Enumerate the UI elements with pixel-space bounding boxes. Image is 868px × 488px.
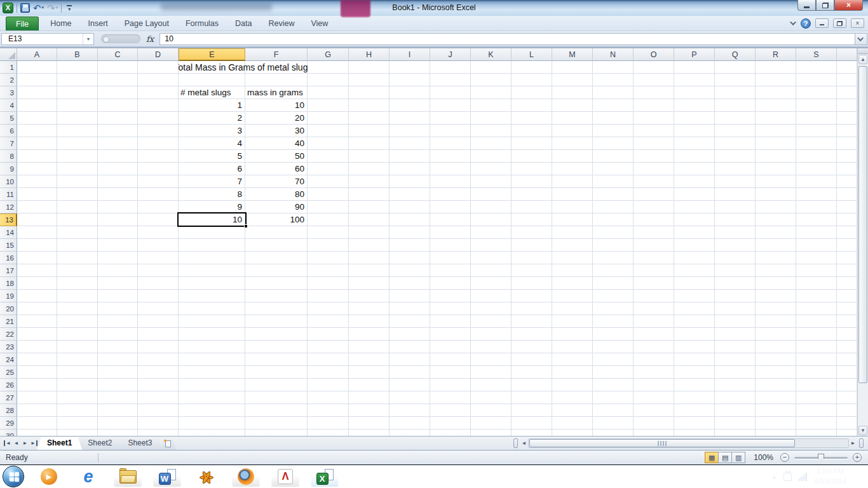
cell-P8[interactable] — [674, 150, 715, 163]
cell-A5[interactable] — [17, 112, 57, 125]
cell-H12[interactable] — [349, 201, 390, 214]
cell-G18[interactable] — [308, 277, 349, 290]
zoom-slider-track[interactable] — [794, 457, 848, 459]
cell-Q25[interactable] — [715, 366, 756, 379]
cell-Q11[interactable] — [715, 188, 756, 201]
taskbar-flower-app[interactable] — [193, 466, 220, 487]
cell-Q13[interactable] — [715, 214, 756, 226]
taskbar-excel[interactable]: X — [311, 466, 339, 487]
vertical-scroll-track[interactable] — [858, 65, 867, 425]
cell-L30[interactable] — [512, 430, 552, 436]
cell-R1[interactable] — [756, 61, 796, 74]
power-icon[interactable] — [783, 473, 792, 481]
cell-G26[interactable] — [308, 379, 349, 391]
cell-Q27[interactable] — [715, 391, 756, 404]
cell-L14[interactable] — [512, 226, 552, 239]
cell-L5[interactable] — [512, 112, 552, 125]
cell-F30[interactable] — [245, 430, 308, 436]
cell-B29[interactable] — [57, 417, 98, 430]
cell-R15[interactable] — [756, 239, 796, 252]
cell-A9[interactable] — [17, 163, 57, 175]
cell-P14[interactable] — [674, 226, 715, 239]
cell-M13[interactable] — [552, 214, 593, 226]
cell-J3[interactable] — [430, 86, 471, 99]
cell-D16[interactable] — [138, 252, 179, 264]
cell-R8[interactable] — [756, 150, 796, 163]
cell-S16[interactable] — [796, 252, 837, 264]
cell-M8[interactable] — [552, 150, 593, 163]
cell-J11[interactable] — [430, 188, 471, 201]
cell-R24[interactable] — [756, 353, 796, 366]
cell-S8[interactable] — [796, 150, 837, 163]
cell-M10[interactable] — [552, 175, 593, 188]
ribbon-collapse-icon[interactable] — [790, 19, 796, 25]
cell-Q28[interactable] — [715, 404, 756, 417]
row-header-14[interactable]: 14 — [0, 226, 17, 239]
restore-button[interactable] — [816, 0, 834, 11]
cell-R25[interactable] — [756, 366, 796, 379]
cell-P2[interactable] — [674, 74, 715, 86]
cell-R26[interactable] — [756, 379, 796, 391]
cell-O2[interactable] — [634, 74, 674, 86]
cell-E14[interactable] — [179, 226, 245, 239]
help-icon[interactable]: ? — [801, 18, 811, 29]
cell-F12[interactable]: 90 — [245, 201, 308, 214]
cell-L23[interactable] — [512, 341, 552, 353]
column-header-E[interactable]: E — [179, 48, 245, 61]
cell-I22[interactable] — [390, 328, 430, 341]
horizontal-split-box-right[interactable] — [859, 438, 864, 448]
cell-E6[interactable]: 3 — [179, 125, 245, 137]
column-header-F[interactable]: F — [245, 48, 308, 61]
cell-A18[interactable] — [17, 277, 57, 290]
cell-D23[interactable] — [138, 341, 179, 353]
cell-I1[interactable] — [390, 61, 430, 74]
cell-E3[interactable]: # metal slugs — [179, 86, 245, 99]
cell-F4[interactable]: 10 — [245, 99, 308, 112]
cell-partial-21[interactable] — [837, 315, 857, 328]
cell-partial-19[interactable] — [837, 290, 857, 302]
cell-D29[interactable] — [138, 417, 179, 430]
cell-Q26[interactable] — [715, 379, 756, 391]
cell-I24[interactable] — [390, 353, 430, 366]
formula-input[interactable]: 10 — [159, 33, 855, 45]
cell-D28[interactable] — [138, 404, 179, 417]
cell-J1[interactable] — [430, 61, 471, 74]
cell-G9[interactable] — [308, 163, 349, 175]
cell-O5[interactable] — [634, 112, 674, 125]
cell-L1[interactable] — [512, 61, 552, 74]
cell-M11[interactable] — [552, 188, 593, 201]
cell-partial-6[interactable] — [837, 125, 857, 137]
cell-A15[interactable] — [17, 239, 57, 252]
cell-H29[interactable] — [349, 417, 390, 430]
cell-C5[interactable] — [98, 112, 138, 125]
cell-S26[interactable] — [796, 379, 837, 391]
cell-P26[interactable] — [674, 379, 715, 391]
cell-C20[interactable] — [98, 302, 138, 315]
cell-E1[interactable] — [179, 61, 245, 74]
column-header-J[interactable]: J — [430, 48, 471, 61]
cell-M12[interactable] — [552, 201, 593, 214]
cell-H11[interactable] — [349, 188, 390, 201]
cell-Q17[interactable] — [715, 264, 756, 277]
cell-partial-4[interactable] — [837, 99, 857, 112]
cell-N30[interactable] — [593, 430, 634, 436]
workbook-minimize-button[interactable] — [815, 18, 829, 28]
row-header-30[interactable]: 30 — [0, 430, 17, 436]
cell-A23[interactable] — [17, 341, 57, 353]
cell-A28[interactable] — [17, 404, 57, 417]
cell-J22[interactable] — [430, 328, 471, 341]
cell-H19[interactable] — [349, 290, 390, 302]
cell-F11[interactable]: 80 — [245, 188, 308, 201]
cell-A22[interactable] — [17, 328, 57, 341]
close-button[interactable]: × — [834, 0, 863, 11]
page-break-preview-button[interactable]: ▥ — [731, 452, 745, 463]
cell-O24[interactable] — [634, 353, 674, 366]
cell-F7[interactable]: 40 — [245, 137, 308, 150]
cell-O7[interactable] — [634, 137, 674, 150]
cell-L18[interactable] — [512, 277, 552, 290]
row-header-10[interactable]: 10 — [0, 175, 17, 188]
cell-P30[interactable] — [674, 430, 715, 436]
cell-K5[interactable] — [471, 112, 512, 125]
cell-C25[interactable] — [98, 366, 138, 379]
cell-D26[interactable] — [138, 379, 179, 391]
